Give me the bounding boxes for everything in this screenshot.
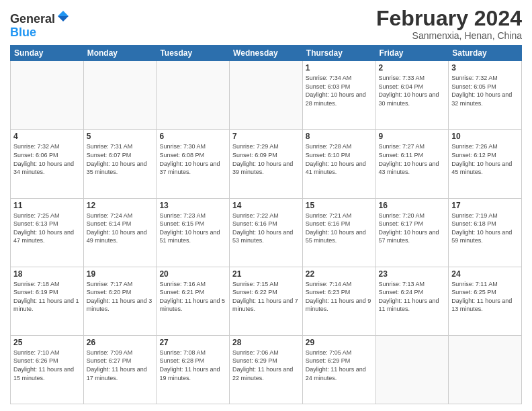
col-monday: Monday <box>83 46 157 61</box>
day-info: Sunrise: 7:20 AM Sunset: 6:17 PM Dayligh… <box>379 212 446 245</box>
calendar-week-row: 1Sunrise: 7:34 AM Sunset: 6:03 PM Daylig… <box>11 61 522 130</box>
day-info: Sunrise: 7:15 AM Sunset: 6:22 PM Dayligh… <box>232 280 300 314</box>
table-row: 1Sunrise: 7:34 AM Sunset: 6:03 PM Daylig… <box>302 61 375 130</box>
day-number: 16 <box>379 201 446 210</box>
calendar-week-row: 25Sunrise: 7:10 AM Sunset: 6:26 PM Dayli… <box>11 335 522 404</box>
calendar-week-row: 4Sunrise: 7:32 AM Sunset: 6:06 PM Daylig… <box>11 130 522 198</box>
main-title: February 2024 <box>376 7 522 30</box>
day-info: Sunrise: 7:11 AM Sunset: 6:25 PM Dayligh… <box>451 280 519 314</box>
page: General Blue February 2024 Sanmenxia, He… <box>0 0 532 411</box>
table-row: 10Sunrise: 7:26 AM Sunset: 6:12 PM Dayli… <box>449 130 522 198</box>
day-info: Sunrise: 7:32 AM Sunset: 6:06 PM Dayligh… <box>13 142 81 176</box>
svg-marker-1 <box>58 16 69 21</box>
day-number: 9 <box>379 132 446 141</box>
title-block: February 2024 Sanmenxia, Henan, China <box>376 7 522 41</box>
svg-marker-0 <box>58 11 69 16</box>
calendar-week-row: 18Sunrise: 7:18 AM Sunset: 6:19 PM Dayli… <box>11 267 522 335</box>
logo-blue: Blue <box>10 26 70 40</box>
col-wednesday: Wednesday <box>230 46 303 61</box>
day-number: 6 <box>159 132 226 141</box>
col-sunday: Sunday <box>11 46 84 61</box>
day-number: 8 <box>306 132 373 141</box>
table-row: 7Sunrise: 7:29 AM Sunset: 6:09 PM Daylig… <box>230 130 303 198</box>
table-row: 16Sunrise: 7:20 AM Sunset: 6:17 PM Dayli… <box>375 198 449 267</box>
table-row: 28Sunrise: 7:06 AM Sunset: 6:29 PM Dayli… <box>230 335 303 404</box>
table-row <box>230 61 303 130</box>
day-number: 12 <box>87 201 154 210</box>
day-info: Sunrise: 7:25 AM Sunset: 6:13 PM Dayligh… <box>13 212 81 245</box>
day-number: 28 <box>232 338 300 347</box>
table-row: 9Sunrise: 7:27 AM Sunset: 6:11 PM Daylig… <box>375 130 449 198</box>
day-number: 27 <box>159 338 226 347</box>
day-number: 18 <box>13 269 81 279</box>
day-number: 13 <box>159 201 226 210</box>
day-number: 5 <box>87 132 154 141</box>
col-tuesday: Tuesday <box>157 46 230 61</box>
table-row: 5Sunrise: 7:31 AM Sunset: 6:07 PM Daylig… <box>83 130 157 198</box>
table-row <box>83 61 157 130</box>
table-row: 17Sunrise: 7:19 AM Sunset: 6:18 PM Dayli… <box>449 198 522 267</box>
day-number: 15 <box>306 201 373 210</box>
calendar-header-row: Sunday Monday Tuesday Wednesday Thursday… <box>11 46 522 61</box>
table-row: 21Sunrise: 7:15 AM Sunset: 6:22 PM Dayli… <box>230 267 303 335</box>
day-number: 1 <box>306 63 373 73</box>
calendar-week-row: 11Sunrise: 7:25 AM Sunset: 6:13 PM Dayli… <box>11 198 522 267</box>
table-row: 11Sunrise: 7:25 AM Sunset: 6:13 PM Dayli… <box>11 198 84 267</box>
col-friday: Friday <box>375 46 449 61</box>
day-info: Sunrise: 7:19 AM Sunset: 6:18 PM Dayligh… <box>451 212 519 245</box>
table-row <box>157 61 230 130</box>
day-info: Sunrise: 7:22 AM Sunset: 6:16 PM Dayligh… <box>232 212 300 245</box>
day-number: 10 <box>451 132 519 141</box>
day-info: Sunrise: 7:18 AM Sunset: 6:19 PM Dayligh… <box>13 280 81 314</box>
day-info: Sunrise: 7:21 AM Sunset: 6:16 PM Dayligh… <box>306 212 373 245</box>
day-number: 17 <box>451 201 519 210</box>
day-info: Sunrise: 7:17 AM Sunset: 6:20 PM Dayligh… <box>87 280 154 314</box>
day-info: Sunrise: 7:09 AM Sunset: 6:27 PM Dayligh… <box>87 349 154 382</box>
day-info: Sunrise: 7:08 AM Sunset: 6:28 PM Dayligh… <box>159 349 226 382</box>
table-row <box>449 335 522 404</box>
day-info: Sunrise: 7:33 AM Sunset: 6:04 PM Dayligh… <box>379 74 446 107</box>
logo-icon <box>56 9 70 23</box>
table-row: 15Sunrise: 7:21 AM Sunset: 6:16 PM Dayli… <box>302 198 375 267</box>
day-number: 26 <box>87 338 154 347</box>
table-row: 27Sunrise: 7:08 AM Sunset: 6:28 PM Dayli… <box>157 335 230 404</box>
day-number: 4 <box>13 132 81 141</box>
table-row <box>11 61 84 130</box>
table-row: 24Sunrise: 7:11 AM Sunset: 6:25 PM Dayli… <box>449 267 522 335</box>
header: General Blue February 2024 Sanmenxia, He… <box>10 7 522 41</box>
day-number: 20 <box>159 269 226 279</box>
day-info: Sunrise: 7:26 AM Sunset: 6:12 PM Dayligh… <box>451 142 519 176</box>
day-number: 3 <box>451 63 519 73</box>
table-row: 18Sunrise: 7:18 AM Sunset: 6:19 PM Dayli… <box>11 267 84 335</box>
day-info: Sunrise: 7:30 AM Sunset: 6:08 PM Dayligh… <box>159 142 226 176</box>
day-info: Sunrise: 7:32 AM Sunset: 6:05 PM Dayligh… <box>451 74 519 107</box>
day-info: Sunrise: 7:24 AM Sunset: 6:14 PM Dayligh… <box>87 212 154 245</box>
col-saturday: Saturday <box>449 46 522 61</box>
day-number: 22 <box>306 269 373 279</box>
day-number: 2 <box>379 63 446 73</box>
logo-general: General <box>10 12 55 26</box>
logo: General Blue <box>10 9 70 40</box>
day-number: 24 <box>451 269 519 279</box>
day-info: Sunrise: 7:23 AM Sunset: 6:15 PM Dayligh… <box>159 212 226 245</box>
logo-text: General <box>10 9 70 26</box>
table-row: 4Sunrise: 7:32 AM Sunset: 6:06 PM Daylig… <box>11 130 84 198</box>
day-number: 29 <box>306 338 373 347</box>
table-row: 8Sunrise: 7:28 AM Sunset: 6:10 PM Daylig… <box>302 130 375 198</box>
day-info: Sunrise: 7:13 AM Sunset: 6:24 PM Dayligh… <box>379 280 446 314</box>
day-number: 11 <box>13 201 81 210</box>
day-info: Sunrise: 7:16 AM Sunset: 6:21 PM Dayligh… <box>159 280 226 314</box>
table-row: 26Sunrise: 7:09 AM Sunset: 6:27 PM Dayli… <box>83 335 157 404</box>
day-number: 7 <box>232 132 300 141</box>
table-row: 22Sunrise: 7:14 AM Sunset: 6:23 PM Dayli… <box>302 267 375 335</box>
day-info: Sunrise: 7:28 AM Sunset: 6:10 PM Dayligh… <box>306 142 373 176</box>
day-number: 23 <box>379 269 446 279</box>
day-info: Sunrise: 7:27 AM Sunset: 6:11 PM Dayligh… <box>379 142 446 176</box>
subtitle: Sanmenxia, Henan, China <box>376 30 522 41</box>
day-info: Sunrise: 7:14 AM Sunset: 6:23 PM Dayligh… <box>306 280 373 314</box>
table-row: 25Sunrise: 7:10 AM Sunset: 6:26 PM Dayli… <box>11 335 84 404</box>
day-info: Sunrise: 7:06 AM Sunset: 6:29 PM Dayligh… <box>232 349 300 382</box>
table-row: 29Sunrise: 7:05 AM Sunset: 6:29 PM Dayli… <box>302 335 375 404</box>
table-row: 13Sunrise: 7:23 AM Sunset: 6:15 PM Dayli… <box>157 198 230 267</box>
day-info: Sunrise: 7:10 AM Sunset: 6:26 PM Dayligh… <box>13 349 81 382</box>
